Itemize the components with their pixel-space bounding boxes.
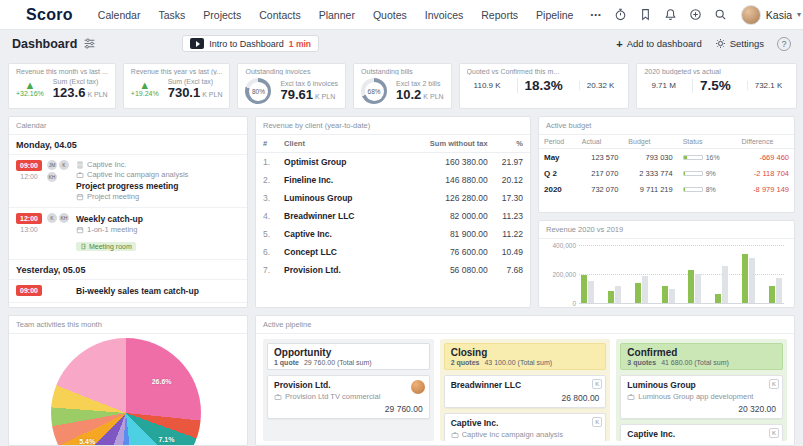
attendee-avatar: K [47, 213, 57, 223]
table-row[interactable]: 6.Concept LLC 76 600.0010.49 [256, 243, 530, 261]
pie-chart[interactable] [51, 338, 201, 446]
active-pipeline-panel: Active pipeline Opportunity 1 quote29 76… [255, 315, 795, 446]
bar-group-jun[interactable] [715, 266, 728, 303]
revenue-by-client-panel: Revenue by client (year-to-date) #Client… [255, 116, 531, 308]
nav-item-invoices[interactable]: Invoices [416, 0, 473, 30]
help-icon[interactable]: ? [777, 37, 791, 51]
table-row[interactable]: 3.Luminous Group 126 280.0017.30 [256, 189, 530, 207]
bar-group-apr[interactable] [662, 286, 675, 303]
gauge-icon: 68% [361, 78, 387, 104]
kpi-card-3[interactable]: Outstanding bills 68% Excl tax 2 bills 1… [353, 63, 452, 109]
table-row[interactable]: 7.Provision Ltd. 56 080.007.68 [256, 261, 530, 279]
nav-item-contacts[interactable]: Contacts [250, 0, 309, 30]
nav-item-calendar[interactable]: Calendar [89, 0, 150, 30]
active-budget-table: PeriodActualBudgetStatusDifference May12… [539, 135, 794, 197]
table-row[interactable]: 2020732 0709 711 219 8% -8 979 149 [539, 181, 794, 197]
event-details: Bi-weekly sales team catch-up [76, 285, 240, 297]
avatar [411, 380, 425, 394]
y-axis-tick: 0 [547, 300, 576, 307]
kpi-card-4[interactable]: Quoted vs Confirmed this m... 110.9 K 18… [459, 63, 630, 109]
pipeline-card[interactable]: Provision Ltd. Provision Ltd TV commerci… [267, 375, 430, 419]
pie-slice-label: 5.4% [79, 438, 95, 445]
bar-group-mar[interactable] [635, 276, 648, 303]
add-to-dashboard-button[interactable]: + Add to dashboard [616, 38, 701, 50]
search-icon[interactable] [710, 4, 731, 25]
event-details: Captive Inc. Captive Inc campaign analys… [76, 160, 240, 202]
active-budget-panel: Active budget PeriodActualBudgetStatusDi… [538, 116, 795, 213]
calendar-event[interactable]: 09:00 12:00 JMKKH Captive Inc. Captive I… [9, 155, 247, 208]
kpi-card-0[interactable]: Revenue this month vs last ... ▲+32.16% … [8, 63, 116, 109]
attendee-avatar: JM [47, 160, 57, 170]
revenue-by-client-table: #ClientSum without tax% 1.Optimist Group… [256, 135, 530, 279]
nav-item-projects[interactable]: Projects [194, 0, 250, 30]
calendar-panel-title: Calendar [9, 117, 247, 135]
scoro-logo[interactable]: Scoro [26, 6, 73, 24]
kpi-card-5[interactable]: 2020 budgeted vs actual 9.71 M 7.5% 732.… [636, 63, 797, 109]
settings-button[interactable]: Settings [715, 38, 764, 49]
quote-badge: K [769, 428, 779, 438]
pipeline-column-header[interactable]: Closing 2 quotes43 100.00 (Total sum) [444, 343, 607, 370]
status-bar [683, 171, 703, 176]
bottom-row: Team activities this month 26.6%7.1%10.7… [8, 315, 795, 446]
attendee-avatar: K [59, 160, 69, 170]
bar-group-jul[interactable] [742, 254, 755, 303]
table-row[interactable]: May123 570793 030 16% -669 460 [539, 149, 794, 166]
bar-group-feb[interactable] [608, 286, 621, 303]
play-icon [190, 38, 204, 49]
bar-group-jan[interactable] [581, 275, 594, 303]
status-bar [683, 187, 703, 192]
nav-item-tasks[interactable]: Tasks [149, 0, 194, 30]
nav-item-quotes[interactable]: Quotes [364, 0, 416, 30]
active-pipeline-title: Active pipeline [256, 316, 794, 334]
bell-icon[interactable] [660, 4, 681, 25]
calendar-event[interactable]: 09:00 Bi-weekly sales team catch-up [9, 280, 247, 303]
table-row[interactable]: 2.Fineline Inc. 146 880.0020.12 [256, 171, 530, 189]
pie-slice-label: 26.6% [152, 377, 172, 384]
add-to-dashboard-label: Add to dashboard [627, 38, 702, 49]
calendar-day-header: Monday, 04.05 [9, 135, 247, 155]
trend-up-icon: ▲+19.24% [131, 81, 159, 97]
pipeline-card[interactable]: K Captive Inc. [620, 424, 783, 441]
header-actions: + Add to dashboard Settings ? [616, 37, 791, 51]
quote-badge: K [592, 417, 602, 427]
user-name: Kasia [766, 9, 792, 21]
event-attendees: KKH [47, 213, 71, 253]
table-row[interactable]: 4.Breadwinner LLC 82 000.0011.23 [256, 207, 530, 225]
pipeline-card[interactable]: K Breadwinner LLC 26 800.00 [444, 375, 607, 408]
more-menu[interactable]: ••• [582, 10, 609, 19]
bar-group-aug[interactable] [769, 278, 782, 303]
kpi-card-2[interactable]: Outstanding invoices 80% Excl tax 6 invo… [237, 63, 346, 109]
bookmark-icon[interactable] [635, 4, 656, 25]
timer-icon[interactable] [610, 4, 631, 25]
event-attendees [47, 285, 71, 297]
pipeline-column-header[interactable]: Opportunity 1 quote29 760.00 (Total sum) [267, 343, 430, 370]
pipeline-column-header[interactable]: Confirmed 3 quotes41 680.00 (Total sum) [620, 343, 783, 370]
pipeline-column-confirmed: Confirmed 3 quotes41 680.00 (Total sum) … [616, 339, 787, 441]
gear-icon [715, 38, 726, 49]
top-bar: Scoro CalendarTasksProjectsContactsPlann… [0, 0, 803, 30]
user-menu[interactable]: Kasia ▾ [741, 5, 801, 25]
filter-sliders-icon[interactable] [83, 37, 96, 50]
kpi-card-1[interactable]: Revenue this year vs last (y... ▲+19.24%… [123, 63, 231, 109]
top-icons [610, 4, 731, 25]
quote-badge: K [592, 379, 602, 389]
kpi-title: Revenue this month vs last ... [16, 68, 108, 75]
pipeline-card[interactable]: K Luminous Group Luminous Group app deve… [620, 375, 783, 419]
calendar-event[interactable]: 12:00 13:00 KKH Weekly catch-up 1-on-1 m… [9, 208, 247, 259]
nav-item-pipeline[interactable]: Pipeline [527, 0, 582, 30]
intro-video-button[interactable]: Intro to Dashboard 1 min [182, 35, 319, 52]
event-time: 09:00 12:00 [16, 160, 42, 202]
dashboard-content: Revenue this month vs last ... ▲+32.16% … [0, 57, 803, 446]
nav-item-reports[interactable]: Reports [472, 0, 527, 30]
nav-item-planner[interactable]: Planner [310, 0, 364, 30]
team-activities-panel: Team activities this month 26.6%7.1%10.7… [8, 315, 248, 446]
plus-icon[interactable] [685, 4, 706, 25]
pipeline-card[interactable]: K Captive Inc. Captive Inc campaign anal… [444, 413, 607, 441]
table-row[interactable]: 1.Optimist Group 160 380.0021.97 [256, 153, 530, 172]
bar-group-may[interactable] [688, 270, 701, 303]
kpi-title: Revenue this year vs last (y... [131, 68, 223, 75]
table-row[interactable]: 5.Captive Inc. 81 900.0011.22 [256, 225, 530, 243]
y-axis-tick: 200,000 [547, 271, 576, 278]
avatar [741, 5, 761, 25]
table-row[interactable]: Q 2217 0702 333 774 9% -2 118 704 [539, 165, 794, 181]
